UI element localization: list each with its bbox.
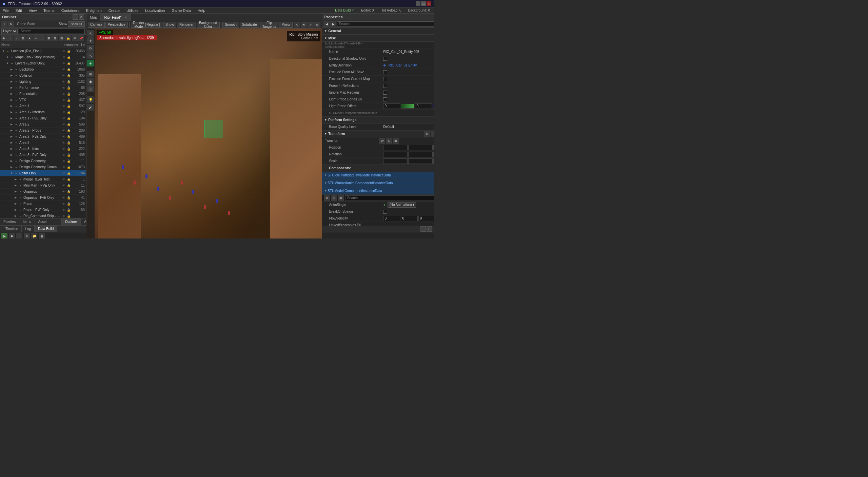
force-reflect-checkbox[interactable] — [383, 84, 387, 88]
scale-y-input[interactable]: 1.0000 — [408, 158, 433, 164]
build-folder-btn[interactable]: 📁 — [31, 233, 37, 239]
tree-item[interactable]: ▶▪Presentation👁🔒208 — [0, 91, 86, 97]
vp-icon-2[interactable]: ⟲ — [301, 22, 307, 28]
tree-vis-icon[interactable]: 👁 — [61, 172, 66, 175]
tab-items[interactable]: Items — [19, 218, 35, 225]
tree-vis-icon[interactable]: 👁 — [61, 147, 66, 151]
menu-help[interactable]: Help — [196, 8, 207, 13]
ico-6[interactable]: ✧ — [33, 35, 39, 41]
menu-containers[interactable]: Containers — [60, 8, 81, 13]
flip-tangents-btn[interactable]: Flip Tangents — [260, 22, 279, 28]
tree-lock-icon[interactable]: 🔒 — [66, 172, 71, 175]
ico-8[interactable]: ⊞ — [46, 35, 52, 41]
tree-vis-icon[interactable]: 👁 — [61, 214, 66, 218]
ico-7[interactable]: ☰ — [39, 35, 45, 41]
tab-asset-management[interactable]: Asset Management — [35, 218, 62, 225]
rot-y-input[interactable]: -135.0000 — [408, 152, 433, 157]
tree-lock-icon[interactable]: 🔒 — [66, 166, 71, 169]
camera-mode-btn[interactable]: Perspective — [105, 22, 128, 28]
ico-13[interactable]: 📌 — [78, 35, 84, 41]
ico-5[interactable]: ✦ — [26, 35, 33, 41]
tree-lock-icon[interactable]: 🔒 — [66, 190, 71, 193]
tool-brush[interactable]: ◉ — [87, 78, 94, 85]
tree-vis-icon[interactable]: 👁 — [61, 86, 66, 90]
tree-lock-icon[interactable]: 🔒 — [66, 141, 71, 145]
tree-vis-icon[interactable]: 👁 — [61, 50, 66, 53]
vp-icon-4[interactable]: ⊕ — [314, 22, 320, 28]
light-probe-x[interactable] — [383, 103, 400, 109]
tree-vis-icon[interactable]: 👁 — [61, 184, 66, 187]
tree-lock-icon[interactable]: 🔒 — [66, 68, 71, 71]
tree-item[interactable]: ▶▪Area 2 - Props👁🔒288 — [0, 128, 86, 134]
build-stop-btn[interactable]: ■ — [9, 233, 15, 239]
tree-item[interactable]: ▶▪Backdrop👁🔒1068 — [0, 66, 86, 73]
tree-item[interactable]: ▼▪Layers (Editor Only)👁🔒20437 — [0, 60, 86, 66]
build-clear-btn[interactable]: 🗑 — [39, 233, 45, 239]
outliner-add-btn[interactable]: + — [1, 21, 7, 27]
dir-shadow-checkbox[interactable] — [383, 57, 387, 61]
tree-lock-icon[interactable]: 🔒 — [66, 184, 71, 187]
build-refresh-btn[interactable]: ↻ — [24, 233, 30, 239]
tree-lock-icon[interactable]: 🔒 — [66, 202, 71, 206]
bottom-tab-log[interactable]: Log — [22, 226, 35, 232]
tree-item[interactable]: ▶▪Area 3👁🔒516 — [0, 140, 86, 146]
ico-4[interactable]: ⊟ — [20, 35, 26, 41]
menu-gamedata[interactable]: Game Data — [170, 8, 192, 13]
tree-lock-icon[interactable]: 🔒 — [66, 98, 71, 102]
tree-lock-icon[interactable]: 🔒 — [66, 74, 71, 77]
rot-z-input[interactable]: 0.0000 — [433, 152, 434, 157]
tree-item[interactable]: ▶▪Organics - PvE Only👁🔒41 — [0, 195, 86, 201]
tool-select[interactable]: ↖ — [87, 30, 94, 37]
tool-active[interactable]: ◈ — [87, 60, 94, 66]
stumodel-icon-3[interactable]: ⊞ — [338, 195, 344, 201]
tree-vis-icon[interactable]: 👁 — [61, 104, 66, 108]
tree-item[interactable]: ▶▪Collision👁🔒305 — [0, 73, 86, 79]
tree-lock-icon[interactable]: 🔒 — [66, 104, 71, 108]
tree-vis-icon[interactable]: 👁 — [61, 74, 66, 77]
general-section-header[interactable]: ▼ General — [322, 28, 434, 35]
renderer-btn[interactable]: Renderer — [177, 22, 196, 28]
tree-vis-icon[interactable]: 👁 — [61, 178, 66, 181]
tree-lock-icon[interactable]: 🔒 — [66, 80, 71, 83]
tree-lock-icon[interactable]: 🔒 — [66, 56, 71, 59]
tree-vis-icon[interactable]: 👁 — [61, 135, 66, 138]
minimize-button[interactable]: — — [416, 1, 420, 6]
tool-snap[interactable]: ⊞ — [87, 71, 94, 77]
tree-vis-icon[interactable]: 👁 — [61, 202, 66, 206]
bottom-tab-data-build[interactable]: Data Build — [35, 226, 57, 232]
tree-lock-icon[interactable]: 🔒 — [66, 178, 71, 181]
tree-item[interactable]: ▶▪VFX👁🔒437 — [0, 97, 86, 103]
tree-item[interactable]: ▶▪Area 1 - PvE Only👁🔒194 — [0, 115, 86, 121]
pos-x-input[interactable]: -41.6891 — [383, 145, 408, 150]
viewport-canvas[interactable]: ↖ ✛ ⟳ ⤡ ◈ ⊞ ◉ 🎥 💡 🖌 FPS: 58 — [86, 28, 322, 238]
tree-item[interactable]: ▼▪Location (Rio_Final)👁🔒20453 — [0, 48, 86, 54]
menu-utilities[interactable]: Utilities — [125, 8, 140, 13]
tree-vis-icon[interactable]: 👁 — [61, 92, 66, 96]
tree-item[interactable]: ▼▪Editor Only👁🔒1704 — [0, 170, 86, 176]
tree-vis-icon[interactable]: 👁 — [61, 129, 66, 132]
tree-vis-icon[interactable]: 👁 — [61, 123, 66, 126]
props-back-btn[interactable]: ◀ — [323, 21, 330, 27]
tree-lock-icon[interactable]: 🔒 — [66, 214, 71, 218]
tree-lock-icon[interactable]: 🔒 — [66, 196, 71, 199]
build-play-btn[interactable]: ▶ — [1, 233, 7, 239]
tab-outliner[interactable]: Outliner — [62, 218, 81, 225]
tree-lock-icon[interactable]: 🔒 — [66, 123, 71, 126]
tab-palettes[interactable]: Palettes — [0, 218, 19, 225]
scale-z-input[interactable]: 1.0000 — [433, 158, 434, 164]
tree-lock-icon[interactable]: 🔒 — [66, 86, 71, 90]
rot-x-input[interactable]: 0.0000 — [383, 152, 408, 157]
tree-vis-icon[interactable]: 👁 — [61, 62, 66, 65]
tree-lock-icon[interactable]: 🔒 — [66, 153, 71, 157]
menu-edit[interactable]: Edit — [14, 8, 23, 13]
vp-icon-1[interactable]: ↖ — [294, 22, 300, 28]
tree-vis-icon[interactable]: 👁 — [61, 56, 66, 59]
tree-lock-icon[interactable]: 🔒 — [66, 135, 71, 138]
mirror-btn[interactable]: Mirror — [279, 22, 293, 28]
smooth-btn[interactable]: Smooth — [222, 22, 239, 28]
tree-item[interactable]: ▶▪Lighting👁🔒1162 — [0, 79, 86, 85]
stumirrored-header[interactable]: ▼ STUMirroredanim ComponentInstanceData — [322, 179, 434, 187]
menu-create[interactable]: Create — [107, 8, 121, 13]
tool-rotate[interactable]: ⟳ — [87, 45, 94, 52]
ico-9[interactable]: ⊠ — [52, 35, 58, 41]
